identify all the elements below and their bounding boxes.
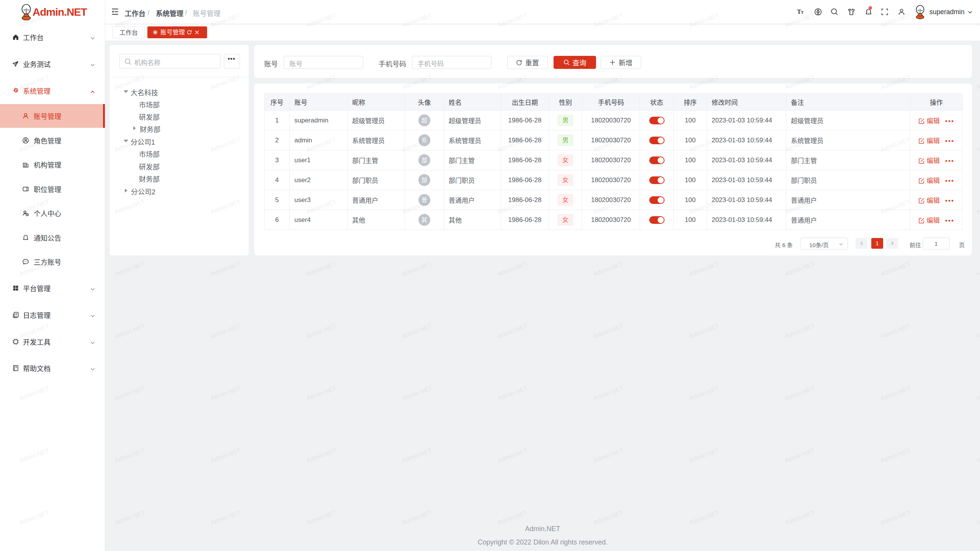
svg-text:T: T bbox=[801, 10, 804, 15]
